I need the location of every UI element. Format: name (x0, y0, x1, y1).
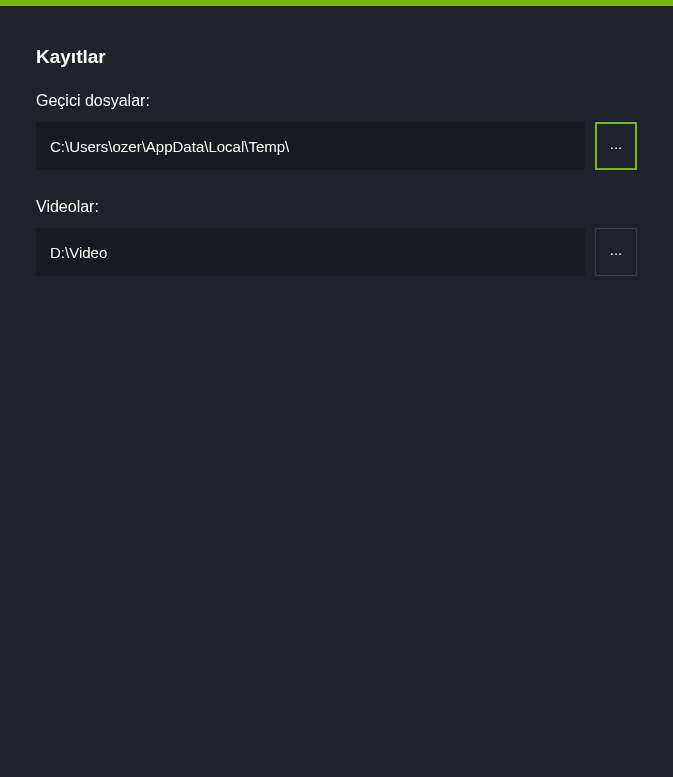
ellipsis-icon: ... (610, 135, 623, 152)
temp-files-browse-button[interactable]: ... (595, 122, 637, 170)
videos-browse-button[interactable]: ... (595, 228, 637, 276)
videos-group: Videolar: ... (36, 198, 637, 276)
temp-files-input[interactable] (36, 122, 585, 170)
temp-files-group: Geçici dosyalar: ... (36, 92, 637, 170)
ellipsis-icon: ... (610, 241, 623, 258)
videos-input[interactable] (36, 228, 585, 276)
videos-row: ... (36, 228, 637, 276)
videos-label: Videolar: (36, 198, 637, 216)
temp-files-row: ... (36, 122, 637, 170)
temp-files-label: Geçici dosyalar: (36, 92, 637, 110)
settings-content: Kayıtlar Geçici dosyalar: ... Videolar: … (0, 6, 673, 276)
section-title: Kayıtlar (36, 46, 637, 68)
